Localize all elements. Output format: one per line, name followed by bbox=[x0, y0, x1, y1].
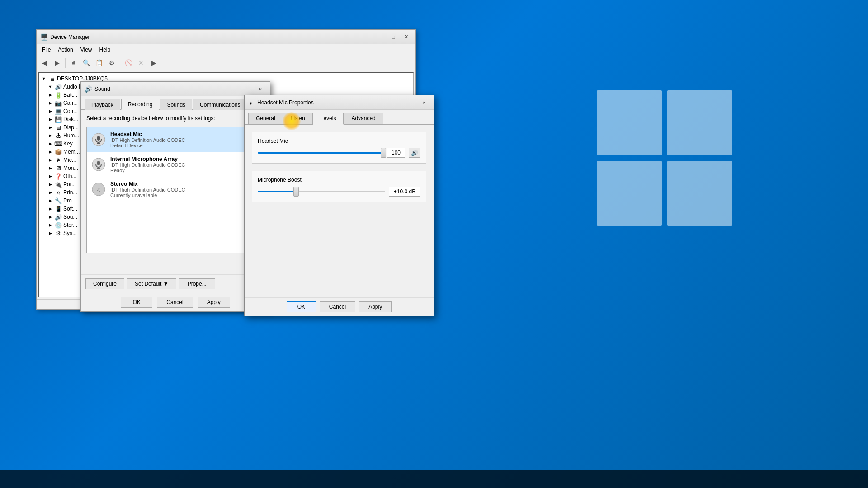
set-default-arrow: ▼ bbox=[163, 281, 169, 287]
tree-computer-label: Con... bbox=[63, 108, 78, 114]
props-apply-button[interactable]: Apply bbox=[359, 301, 392, 312]
storage-icon: 💿 bbox=[55, 221, 62, 229]
set-default-label: Set Default bbox=[135, 281, 161, 287]
tree-human-label: Hum... bbox=[63, 132, 79, 139]
computer-item-icon: 💻 bbox=[55, 108, 62, 115]
ports-expand: ▶ bbox=[47, 181, 53, 188]
processors-expand: ▶ bbox=[47, 197, 53, 204]
props-dialog-controls: × bbox=[418, 98, 430, 108]
toolbar-forward[interactable]: ▶ bbox=[51, 57, 63, 69]
sound-dialog-titlebar: 🔊 Sound × bbox=[81, 82, 270, 96]
headset-mic-level-label: Headset Mic bbox=[258, 138, 420, 144]
tree-root-label: DESKTOP-JJ0BKQ5 bbox=[57, 75, 108, 82]
microphone-boost-slider-thumb[interactable] bbox=[293, 187, 299, 197]
sound-ok-button[interactable]: OK bbox=[121, 297, 152, 308]
device-headset-mic[interactable]: Headset Mic IDT High Definition Audio CO… bbox=[87, 127, 264, 152]
menu-bar: File Action View Help bbox=[37, 44, 415, 55]
tree-monitors-label: Mon... bbox=[63, 165, 78, 171]
tree-system-label: Sys... bbox=[63, 230, 77, 236]
keyboard-expand: ▶ bbox=[47, 141, 53, 147]
computer-icon: 🖥 bbox=[48, 75, 56, 82]
toolbar-disable: 🚫 bbox=[123, 57, 134, 69]
disk-expand: ▶ bbox=[47, 116, 53, 122]
toolbar-separator-1 bbox=[65, 58, 66, 68]
internal-mic-icon bbox=[91, 157, 106, 172]
tree-disk-label: Disk... bbox=[63, 116, 78, 122]
svg-rect-1 bbox=[97, 136, 100, 141]
configure-button[interactable]: Configure bbox=[85, 278, 124, 289]
stereo-mix-detail2: Currently unavailable bbox=[110, 192, 250, 198]
props-dialog-footer: OK Cancel Apply bbox=[245, 297, 434, 316]
props-dialog-titlebar: 🎙 Headset Mic Properties × bbox=[245, 95, 434, 110]
tab-sounds[interactable]: Sounds bbox=[160, 99, 192, 110]
headset-mic-properties-dialog: 🎙 Headset Mic Properties × General Liste… bbox=[244, 95, 434, 316]
memory-expand: ▶ bbox=[47, 149, 53, 155]
headset-mic-level-row: 100 🔊 bbox=[258, 148, 420, 158]
sound-dialog-controls: × bbox=[255, 84, 266, 94]
tree-ports-label: Por... bbox=[63, 181, 76, 188]
props-dialog-icon: 🎙 bbox=[248, 99, 255, 106]
menu-file[interactable]: File bbox=[38, 46, 54, 54]
toolbar-separator-2 bbox=[120, 58, 120, 68]
microphone-boost-slider-track[interactable] bbox=[258, 191, 385, 192]
toolbar-show-all[interactable]: 🖥 bbox=[68, 57, 80, 69]
tree-storage-label: Stor... bbox=[63, 222, 77, 228]
props-ok-button[interactable]: OK bbox=[287, 301, 316, 312]
svg-rect-5 bbox=[97, 161, 100, 165]
device-internal-mic[interactable]: Internal Microphone Array IDT High Defin… bbox=[87, 152, 264, 177]
properties-button[interactable]: Prope... bbox=[179, 278, 215, 289]
props-tabs: General Listen Levels Advanced bbox=[245, 110, 434, 125]
tab-communications[interactable]: Communications bbox=[193, 99, 247, 110]
close-props-dialog-button[interactable]: × bbox=[418, 98, 430, 108]
close-device-manager-button[interactable]: ✕ bbox=[400, 32, 412, 42]
toolbar-scan[interactable]: 🔍 bbox=[80, 57, 92, 69]
window-controls: — □ ✕ bbox=[375, 32, 412, 42]
headset-mic-detail1: IDT High Definition Audio CODEC bbox=[110, 137, 250, 143]
device-stereo-mix[interactable]: ♫ Stereo Mix IDT High Definition Audio C… bbox=[87, 177, 264, 202]
props-tab-levels[interactable]: Levels bbox=[313, 113, 344, 125]
props-tab-general[interactable]: General bbox=[248, 113, 283, 124]
tree-memory-label: Mem... bbox=[63, 149, 80, 155]
internal-mic-detail1: IDT High Definition Audio CODEC bbox=[110, 162, 259, 168]
restore-button[interactable]: □ bbox=[387, 32, 399, 42]
menu-help[interactable]: Help bbox=[96, 46, 114, 54]
headset-mic-slider-thumb[interactable] bbox=[381, 148, 386, 158]
tree-keyboard-label: Key... bbox=[63, 141, 77, 147]
sound-icon: 🔊 bbox=[55, 213, 62, 221]
close-sound-dialog-button[interactable]: × bbox=[255, 84, 266, 94]
headset-mic-slider-fill bbox=[258, 152, 383, 154]
minimize-button[interactable]: — bbox=[375, 32, 387, 42]
taskbar bbox=[0, 470, 868, 488]
props-cancel-button[interactable]: Cancel bbox=[320, 301, 355, 312]
processors-icon: 🔧 bbox=[55, 197, 62, 204]
tab-recording[interactable]: Recording bbox=[121, 99, 160, 110]
microphone-boost-label: Microphone Boost bbox=[258, 177, 420, 183]
toolbar-properties[interactable]: 📋 bbox=[93, 57, 105, 69]
menu-view[interactable]: View bbox=[77, 46, 96, 54]
monitors-expand: ▶ bbox=[47, 165, 53, 171]
battery-icon: 🔋 bbox=[55, 91, 62, 99]
disk-icon: 💾 bbox=[55, 116, 62, 123]
headset-mic-slider-track[interactable] bbox=[258, 152, 383, 154]
toolbar-play[interactable]: ▶ bbox=[148, 57, 160, 69]
toolbar-device-manager[interactable]: ⚙ bbox=[106, 57, 118, 69]
tree-software-label: Soft... bbox=[63, 206, 77, 212]
tab-playback[interactable]: Playback bbox=[85, 99, 120, 110]
stereo-mix-icon: ♫ bbox=[91, 182, 106, 197]
props-tab-listen[interactable]: Listen bbox=[283, 113, 313, 124]
set-default-button[interactable]: Set Default ▼ bbox=[127, 278, 176, 289]
sound-apply-button[interactable]: Apply bbox=[198, 297, 230, 308]
system-icon: ⚙ bbox=[55, 230, 62, 237]
microphone-boost-value: +10.0 dB bbox=[389, 187, 420, 197]
menu-action[interactable]: Action bbox=[54, 46, 76, 54]
display-icon: 🖥 bbox=[55, 124, 62, 131]
sound-cancel-button[interactable]: Cancel bbox=[157, 297, 193, 308]
internal-mic-name: Internal Microphone Array bbox=[110, 156, 259, 162]
props-tab-advanced[interactable]: Advanced bbox=[344, 113, 383, 124]
device-manager-titlebar: 🖥️ Device Manager — □ ✕ bbox=[37, 30, 415, 44]
toolbar-back[interactable]: ◀ bbox=[38, 57, 50, 69]
sound-dialog-icon: 🔊 bbox=[85, 85, 92, 93]
system-expand: ▶ bbox=[47, 230, 53, 236]
headset-mic-mute-button[interactable]: 🔊 bbox=[409, 148, 420, 158]
sound-dialog: 🔊 Sound × Playback Recording Sounds Comm… bbox=[80, 81, 270, 312]
